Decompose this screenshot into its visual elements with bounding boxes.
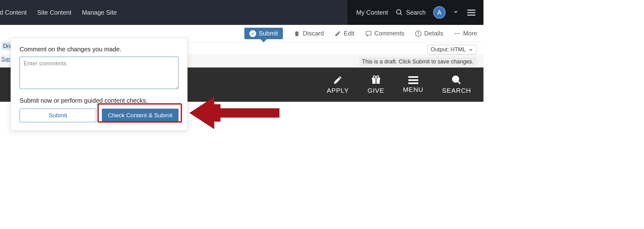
search-icon <box>451 75 461 85</box>
avatar-letter: A <box>437 9 441 16</box>
discard-button[interactable]: Discard <box>293 30 324 37</box>
nav-site-content[interactable]: Site Content <box>37 9 72 16</box>
details-label: Details <box>424 30 443 37</box>
chevron-down-icon <box>468 47 473 52</box>
comment-icon <box>365 30 372 37</box>
svg-point-6 <box>455 33 456 34</box>
svg-line-1 <box>400 13 402 15</box>
svg-point-12 <box>373 76 375 78</box>
sitenav-apply-label: APPLY <box>327 87 349 94</box>
submit-hint: Submit now or perform guided content che… <box>20 97 179 104</box>
nav-my-content[interactable]: My Content <box>356 9 388 16</box>
sitenav-give[interactable]: GIVE <box>367 75 384 94</box>
svg-point-5 <box>418 32 419 32</box>
avatar[interactable]: A <box>433 6 446 19</box>
sitenav-search-label: SEARCH <box>442 87 471 94</box>
sitenav-menu[interactable]: MENU <box>403 76 424 93</box>
more-label: More <box>463 30 477 37</box>
sitenav-apply[interactable]: APPLY <box>327 75 349 94</box>
top-nav-left: dd Content Site Content Manage Site <box>0 0 347 25</box>
comment-textarea[interactable] <box>20 57 179 89</box>
details-button[interactable]: Details <box>415 30 443 37</box>
nav-search-label: Search <box>406 9 426 16</box>
edit-button[interactable]: Edit <box>334 30 354 37</box>
svg-rect-2 <box>366 31 371 35</box>
top-nav: dd Content Site Content Manage Site My C… <box>0 0 483 25</box>
popover-button-row: Submit Check Content & Submit <box>20 109 179 122</box>
comment-label: Comment on the changes you made. <box>20 46 179 53</box>
hamburger-icon[interactable] <box>466 8 477 17</box>
submit-popover: Comment on the changes you made. Submit … <box>11 38 188 131</box>
svg-point-8 <box>459 33 460 34</box>
nav-manage-site[interactable]: Manage Site <box>81 9 117 16</box>
svg-line-15 <box>458 81 460 84</box>
svg-point-7 <box>457 33 458 34</box>
svg-point-14 <box>453 76 459 82</box>
svg-rect-11 <box>375 78 376 84</box>
edit-label: Edit <box>344 30 354 37</box>
nav-add-content[interactable]: dd Content <box>0 9 27 16</box>
gift-icon <box>371 75 381 85</box>
output-select-label: Output: HTML <box>431 46 466 53</box>
menu-icon <box>408 76 418 84</box>
output-select[interactable]: Output: HTML <box>427 45 477 54</box>
comments-button[interactable]: Comments <box>365 30 405 37</box>
svg-point-0 <box>397 10 401 14</box>
trash-icon <box>293 30 300 37</box>
submit-label: Submit <box>259 30 278 37</box>
search-icon <box>396 9 403 16</box>
draft-banner: This is a draft. Click Submit to save ch… <box>359 57 477 66</box>
top-nav-right: My Content Search A <box>347 0 483 25</box>
nav-search[interactable]: Search <box>396 9 426 16</box>
submit-button[interactable]: Submit <box>244 28 283 39</box>
discard-label: Discard <box>303 30 324 37</box>
check-content-submit-button[interactable]: Check Content & Submit <box>102 109 179 122</box>
comments-label: Comments <box>374 30 405 37</box>
pencil-icon <box>334 30 341 37</box>
sitenav-search[interactable]: SEARCH <box>442 75 471 94</box>
svg-point-13 <box>376 76 379 78</box>
popover-submit-button[interactable]: Submit <box>20 109 96 122</box>
pencil-icon <box>333 75 343 85</box>
sitenav-give-label: GIVE <box>367 87 384 94</box>
sample-link[interactable]: Sample <box>1 56 11 63</box>
more-button[interactable]: More <box>454 30 477 37</box>
dots-icon <box>454 30 460 37</box>
info-icon <box>415 30 422 37</box>
check-circle-icon <box>249 30 256 37</box>
chevron-down-icon[interactable] <box>453 9 459 16</box>
sitenav-menu-label: MENU <box>403 86 424 93</box>
